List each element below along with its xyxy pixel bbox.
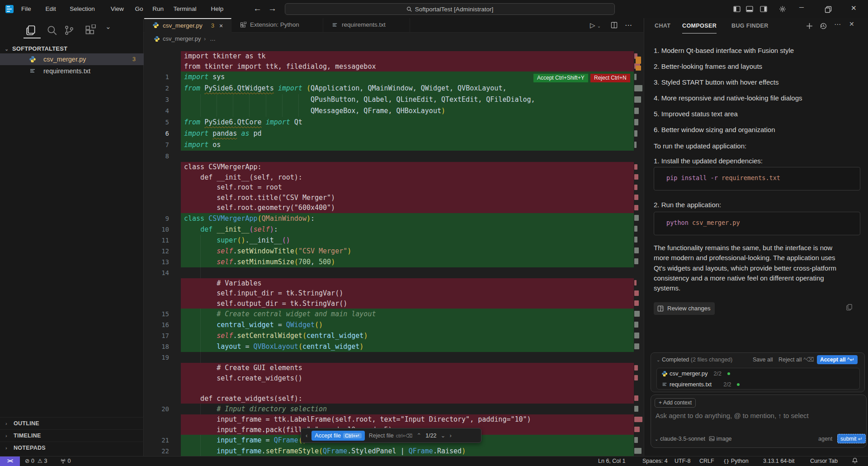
- settings-gear-icon[interactable]: [779, 5, 786, 13]
- next-file-icon[interactable]: ›: [449, 432, 451, 439]
- submit-button[interactable]: submit ↵: [837, 434, 866, 443]
- more-actions-icon[interactable]: ⋯: [834, 20, 842, 28]
- reject-all-button[interactable]: Reject all ^⌫: [778, 353, 814, 366]
- menu-run[interactable]: Run: [148, 0, 168, 18]
- notifications-bell-icon[interactable]: [852, 456, 858, 466]
- eol-sequence[interactable]: CRLF: [699, 456, 714, 466]
- text-file-icon: [661, 381, 668, 388]
- tab-requirements.txt[interactable]: requirements.txt: [323, 18, 410, 33]
- accept-file-button[interactable]: Accept fileCtrl+↵: [311, 431, 364, 441]
- close-button[interactable]: ✕: [851, 4, 857, 12]
- minimap[interactable]: [634, 45, 642, 456]
- search-input[interactable]: SoftportalTest [Administrator]: [285, 3, 615, 15]
- sidebar-section-notepads[interactable]: ›NOTEPADS: [0, 442, 144, 454]
- code-block-python[interactable]: python csv_merger.py: [654, 212, 860, 235]
- code-editor[interactable]: import tkinter as tkfrom tkinter import …: [144, 45, 643, 456]
- sidebar-section-timeline[interactable]: ›TIMELINE: [0, 429, 144, 442]
- back-button[interactable]: ←: [253, 0, 262, 18]
- close-panel-icon[interactable]: ✕: [849, 20, 857, 28]
- problems-indicator[interactable]: ⊘ 0 ⚠ 3: [25, 456, 47, 466]
- composer-input-placeholder: Ask agent to do anything, @ to mention, …: [656, 412, 809, 419]
- extensions-icon[interactable]: [84, 24, 96, 36]
- forward-button[interactable]: →: [268, 0, 277, 18]
- menu-help[interactable]: Help: [207, 0, 228, 18]
- accept-all-button[interactable]: Accept all ^↵: [817, 355, 858, 364]
- line-number: 8: [149, 151, 169, 162]
- source-control-icon[interactable]: [63, 24, 75, 36]
- changed-file-requirements.txt[interactable]: requirements.txt2/2: [657, 379, 860, 390]
- panel-tab-bug-finder[interactable]: BUG FINDER: [731, 18, 769, 33]
- explorer-file-requirements.txt[interactable]: requirements.txt: [0, 65, 144, 77]
- composer-input[interactable]: + Add context Ask agent to do anything, …: [651, 395, 867, 448]
- code-text: self.input_dir = tk.StringVar(): [184, 288, 343, 299]
- chevron-down-icon[interactable]: ⌄: [105, 23, 117, 34]
- python-file-icon: [29, 56, 36, 63]
- prev-diff-icon[interactable]: ⌃: [416, 432, 421, 439]
- save-all-button[interactable]: Save all: [753, 353, 773, 366]
- new-chat-icon[interactable]: [806, 22, 813, 30]
- minimize-button[interactable]: ─: [799, 4, 804, 11]
- copy-icon[interactable]: [846, 304, 853, 310]
- menu-file[interactable]: File: [17, 0, 35, 18]
- image-button[interactable]: image: [709, 434, 732, 444]
- close-tab-icon[interactable]: ×: [219, 19, 223, 33]
- cursor-tab-toggle[interactable]: Cursor Tab: [810, 456, 838, 466]
- composer-list-item: 6. Better window sizing and organization: [654, 126, 863, 134]
- restore-button[interactable]: [825, 6, 832, 13]
- encoding[interactable]: UTF-8: [675, 456, 690, 466]
- explorer-file-csv_merger.py[interactable]: csv_merger.py3: [0, 53, 144, 65]
- prev-file-icon[interactable]: ‹: [306, 432, 307, 439]
- toggle-panel-icon[interactable]: [746, 5, 753, 13]
- python-file-icon: [661, 371, 668, 377]
- changed-file-csv_merger.py[interactable]: csv_merger.py2/2: [657, 368, 860, 379]
- ports-indicator[interactable]: 0: [60, 456, 71, 466]
- files-icon[interactable]: [25, 24, 37, 36]
- language-mode[interactable]: {} Python: [723, 456, 749, 466]
- add-context-button[interactable]: + Add context: [655, 398, 696, 408]
- toggle-left-sidebar-icon[interactable]: [733, 5, 741, 13]
- explorer-root-label: SOFTPORTALTEST: [12, 43, 67, 54]
- code-block-pip[interactable]: pip install -r requirements.txt: [654, 167, 860, 190]
- review-changes-button[interactable]: Review changes: [654, 302, 715, 315]
- breadcrumb-more[interactable]: …: [210, 33, 216, 45]
- panel-tab-chat[interactable]: CHAT: [655, 18, 670, 33]
- text-file-icon: [29, 67, 36, 75]
- search-icon[interactable]: [46, 24, 58, 36]
- code-text: import pandas as pd: [184, 128, 262, 139]
- cursor-position[interactable]: Ln 6, Col 1: [598, 456, 625, 466]
- run-button[interactable]: ▷ ⌄: [590, 18, 601, 33]
- remote-indicator[interactable]: ><: [0, 456, 20, 466]
- agent-label[interactable]: agent: [818, 434, 832, 444]
- code-text: def create_widgets(self):: [184, 394, 302, 404]
- explorer-root-header[interactable]: ⌄ SOFTPORTALTEST: [0, 43, 144, 54]
- more-actions-icon[interactable]: ⋯: [625, 18, 632, 33]
- chevron-right-icon: ›: [5, 418, 7, 430]
- breadcrumb[interactable]: csv_merger.py › …: [144, 33, 634, 45]
- model-selector[interactable]: ⌄ claude-3.5-sonnet: [655, 434, 705, 444]
- menu-terminal[interactable]: Terminal: [169, 0, 200, 18]
- reject-hunk-button[interactable]: Reject Ctrl+N: [590, 74, 630, 82]
- breadcrumb-file[interactable]: csv_merger.py: [163, 33, 201, 45]
- reject-file-button[interactable]: Reject filectrl+⌫: [369, 433, 413, 439]
- python-file-icon: [154, 36, 160, 42]
- python-version[interactable]: 3.13.1 64-bit: [763, 456, 795, 466]
- split-editor-icon[interactable]: [611, 18, 618, 33]
- panel-tab-composer[interactable]: COMPOSER: [682, 18, 717, 33]
- sidebar-section-outline[interactable]: ›OUTLINE: [0, 417, 144, 429]
- menu-selection[interactable]: Selection: [66, 0, 99, 18]
- history-icon[interactable]: [820, 22, 827, 30]
- accept-hunk-button[interactable]: Accept Ctrl+Shift+Y: [533, 74, 588, 82]
- completed-header[interactable]: ⌄ Completed (2 files changed): [656, 353, 732, 366]
- toggle-right-sidebar-icon[interactable]: [760, 5, 767, 13]
- code-text: class CSVMergerApp(QMainWindow):: [184, 213, 315, 224]
- tab-Extension: Python[interactable]: Extension: Python: [231, 18, 323, 33]
- line-number: 5: [149, 117, 169, 128]
- menu-go[interactable]: Go: [131, 0, 147, 18]
- tab-csv_merger.py[interactable]: csv_merger.py3×: [144, 18, 231, 33]
- next-diff-icon[interactable]: ⌄: [441, 432, 446, 439]
- indentation[interactable]: Spaces: 4: [642, 456, 668, 466]
- unsaved-dot: [727, 372, 730, 375]
- code-text: # Create GUI elements: [184, 363, 302, 373]
- menu-view[interactable]: View: [107, 0, 128, 18]
- menu-edit[interactable]: Edit: [42, 0, 60, 18]
